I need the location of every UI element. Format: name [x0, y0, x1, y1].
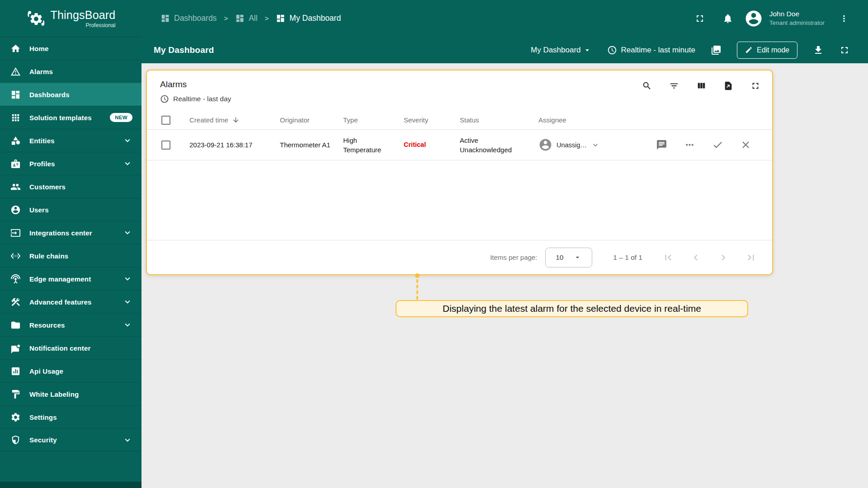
user-name: John Doe [769, 9, 825, 19]
pagination-nav [662, 252, 757, 263]
assignee-select[interactable]: Unassig… [538, 138, 645, 152]
sidebar-item-alarms[interactable]: Alarms [0, 60, 142, 83]
sidebar-item-settings[interactable]: Settings [0, 405, 142, 428]
timewindow-button[interactable]: Realtime - last minute [607, 45, 695, 55]
table-pagination: Items per page: 10 1 – 1 of 1 [147, 240, 772, 274]
breadcrumb-my-dashboard[interactable]: My Dashboard [276, 14, 341, 23]
profiles-badge-icon [10, 159, 21, 169]
table-row[interactable]: 2023-09-21 16:38:17 Thermometer A1 High … [147, 130, 772, 160]
sidebar: ThingsBoard Professional Home Alarms Das… [0, 0, 142, 488]
people-icon [10, 182, 21, 192]
widget-timewindow[interactable]: Realtime - last day [160, 94, 761, 103]
topbar: Dashboards > All > My Dashboard John [142, 0, 868, 37]
export-file-icon[interactable] [723, 81, 733, 91]
items-per-page-label: Items per page: [490, 253, 537, 261]
edit-mode-label: Edit mode [757, 46, 789, 54]
sidebar-item-label: Profiles [29, 160, 55, 168]
sidebar-item-resources[interactable]: Resources [0, 313, 142, 336]
sidebar-item-users[interactable]: Users [0, 198, 142, 221]
sidebar-item-solution-templates[interactable]: Solution templates NEW [0, 106, 142, 129]
chevron-down-icon [123, 159, 132, 169]
fullscreen-icon[interactable] [839, 45, 850, 56]
sidebar-item-label: Resources [29, 321, 65, 329]
notifications-bell-icon[interactable] [722, 13, 733, 24]
chevron-down-icon [123, 297, 132, 307]
sidebar-item-rule-chains[interactable]: Rule chains [0, 244, 142, 267]
cell-status: Active Unacknowledged [460, 136, 538, 155]
widget-fullscreen-icon[interactable] [750, 81, 760, 91]
dashboard-content: Alarms Realtime - last day [142, 63, 868, 488]
tools-icon [10, 297, 21, 307]
comment-icon[interactable] [656, 139, 667, 150]
sidebar-item-security[interactable]: Security [0, 428, 142, 451]
row-actions [645, 139, 772, 150]
folder-icon [10, 320, 21, 330]
main-area: Dashboards > All > My Dashboard John [142, 0, 868, 488]
sidebar-item-entities[interactable]: Entities [0, 129, 142, 152]
search-icon[interactable] [642, 81, 652, 91]
sidebar-item-profiles[interactable]: Profiles [0, 152, 142, 175]
breadcrumb-dashboards[interactable]: Dashboards [160, 14, 217, 23]
sidebar-item-dashboards[interactable]: Dashboards [0, 83, 142, 106]
clear-close-icon[interactable] [740, 139, 751, 150]
user-avatar[interactable] [744, 9, 763, 28]
sidebar-item-white-labeling[interactable]: White Labeling [0, 382, 142, 405]
column-severity[interactable]: Severity [404, 116, 460, 124]
breadcrumb-separator: > [224, 14, 228, 22]
user-menu[interactable]: John Doe Tenant administrator [769, 9, 825, 27]
last-page-icon[interactable] [745, 252, 757, 263]
breadcrumb-all[interactable]: All [235, 14, 257, 23]
brand-text: ThingsBoard Professional [51, 9, 116, 28]
column-originator[interactable]: Originator [280, 116, 343, 124]
alarms-widget: Alarms Realtime - last day [146, 70, 773, 275]
columns-icon[interactable] [696, 81, 706, 91]
user-role: Tenant administrator [769, 19, 825, 27]
more-actions-icon[interactable] [684, 139, 695, 150]
sidebar-nav: Home Alarms Dashboards Solution template… [0, 37, 142, 451]
sidebar-item-integrations-center[interactable]: Integrations center [0, 221, 142, 244]
new-badge: NEW [110, 113, 132, 122]
previous-page-icon[interactable] [690, 252, 702, 263]
items-per-page-select[interactable]: 10 [545, 248, 592, 267]
sidebar-item-customers[interactable]: Customers [0, 175, 142, 198]
sidebar-item-notification-center[interactable]: Notification center [0, 336, 142, 359]
filter-icon[interactable] [669, 81, 679, 91]
kebab-menu-icon[interactable] [839, 14, 849, 23]
column-label: Created time [189, 116, 228, 124]
chevron-down-icon [591, 141, 600, 150]
row-checkbox[interactable] [161, 141, 170, 150]
dashboard-image-icon[interactable] [711, 45, 722, 56]
sidebar-item-label: Security [29, 436, 57, 444]
brand-edition: Professional [51, 22, 116, 28]
sidebar-item-home[interactable]: Home [0, 37, 142, 60]
thingsboard-logo-icon [26, 9, 46, 28]
chevron-down-icon [123, 228, 132, 238]
fullscreen-icon[interactable] [694, 13, 705, 24]
column-assignee[interactable]: Assignee [538, 116, 645, 124]
download-icon[interactable] [813, 45, 824, 56]
acknowledge-check-icon[interactable] [712, 139, 723, 150]
select-all-checkbox[interactable] [161, 116, 170, 125]
column-label: Severity [404, 116, 428, 124]
alarms-widget-header: Alarms Realtime - last day [147, 70, 772, 103]
sidebar-item-advanced-features[interactable]: Advanced features [0, 290, 142, 313]
sidebar-item-api-usage[interactable]: Api Usage [0, 359, 142, 382]
edit-mode-button[interactable]: Edit mode [737, 42, 797, 59]
brand-logo[interactable]: ThingsBoard Professional [0, 0, 142, 37]
dashboard-state-select[interactable]: My Dashboard [531, 46, 592, 55]
items-per-page-value: 10 [556, 253, 563, 262]
column-status[interactable]: Status [460, 116, 538, 124]
table-empty-space [147, 160, 772, 240]
sidebar-item-label: Advanced features [29, 298, 92, 306]
first-page-icon[interactable] [662, 252, 674, 263]
column-type[interactable]: Type [343, 116, 404, 124]
gear-icon [10, 412, 21, 422]
column-created-time[interactable]: Created time [189, 116, 280, 124]
sidebar-item-label: Entities [29, 137, 55, 145]
next-page-icon[interactable] [717, 252, 729, 263]
column-label: Assignee [538, 116, 566, 124]
cell-created-time: 2023-09-21 16:38:17 [189, 140, 280, 150]
sidebar-item-label: Settings [29, 413, 57, 421]
sidebar-item-label: Alarms [29, 68, 53, 75]
sidebar-item-edge-management[interactable]: Edge management [0, 267, 142, 290]
